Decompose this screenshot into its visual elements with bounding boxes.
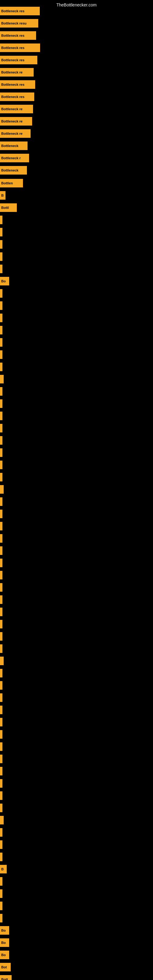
bar-item (0, 718, 2, 726)
bar-item: Bottleneck res (0, 80, 35, 89)
bar-item (0, 338, 2, 347)
bar-item (0, 803, 2, 812)
bar-item (0, 313, 2, 322)
bar-item (0, 755, 2, 763)
bar-label: Bo (1, 279, 6, 283)
bar-item (0, 632, 2, 641)
bar-item (0, 240, 2, 249)
bar-item (0, 681, 2, 690)
bar-item: Bottleneck re (0, 117, 32, 126)
bar-label: Bottleneck re (1, 132, 22, 135)
bar-item: Bo (0, 277, 9, 285)
bar-item (0, 558, 2, 567)
bar-item: B (0, 191, 5, 200)
bar-item (0, 424, 2, 433)
bar-item (0, 522, 2, 530)
bar-label: Bottleneck re (1, 119, 22, 123)
bar-item (0, 387, 2, 396)
bar-label: Bottleneck res (1, 58, 24, 62)
bar-label: Bottleneck (1, 144, 18, 148)
bar-item (0, 216, 2, 224)
bar-item: Bottleneck r (0, 154, 29, 162)
bar-item: Bottleneck res (0, 92, 34, 101)
bar-label: Bottleneck (1, 169, 18, 172)
bar-item (0, 449, 2, 457)
bar-label: Bottleneck res (1, 46, 24, 49)
bar-item: Bottleneck res (0, 7, 40, 15)
bar-label: Bottleneck r (1, 156, 21, 160)
bar-item: Bo (0, 939, 9, 947)
bar-item (0, 399, 2, 408)
bar-item (0, 485, 4, 494)
bar-item (0, 779, 2, 788)
bar-item (0, 473, 2, 481)
bar-label: Bottleneck res (1, 9, 24, 13)
bar-item (0, 669, 2, 678)
bar-item (0, 767, 2, 775)
bar-item (0, 289, 2, 298)
bar-item: Bott (0, 975, 12, 980)
bar-item (0, 694, 2, 702)
bar-label: Bottleneck res (1, 83, 24, 86)
bar-item: Bottleneck res (0, 43, 40, 52)
bar-item (0, 461, 2, 469)
bar-item: Bottleneck re (0, 68, 33, 76)
bar-item (0, 902, 2, 910)
bar-item (0, 571, 2, 579)
bar-item: Bottleneck re (0, 129, 30, 138)
bar-item (0, 706, 2, 714)
bar-item (0, 412, 2, 420)
bar-item: Bottleneck (0, 142, 27, 150)
bar-item: Bottleneck (0, 166, 27, 175)
bar-item (0, 534, 2, 542)
bar-label: Bottleneck re (1, 70, 22, 74)
bar-item (0, 510, 2, 518)
bar-item (0, 546, 2, 555)
bar-item (0, 791, 2, 800)
bar-item (0, 350, 2, 359)
bar-label: Bo (1, 929, 6, 932)
bar-item (0, 595, 2, 604)
bar-item (0, 914, 2, 923)
bar-item (0, 375, 4, 383)
bar-label: Bott (1, 978, 8, 980)
bar-item (0, 816, 4, 824)
bar-item (0, 644, 2, 653)
bar-item: Bottleneck resu (0, 19, 38, 27)
bar-item (0, 301, 2, 310)
bar-label: Bottleneck resu (1, 21, 27, 25)
bar-label: Bo (1, 953, 6, 957)
bar-item (0, 853, 2, 861)
bar-item: Bo (0, 926, 9, 935)
bar-item: Bottl (0, 204, 17, 212)
bar-item: Bottleneck res (0, 56, 37, 64)
bar-item (0, 265, 2, 273)
bar-item (0, 742, 2, 751)
bar-label: B (1, 867, 4, 871)
bar-item (0, 889, 2, 898)
bar-item (0, 228, 2, 236)
bar-label: Bottl (1, 206, 9, 210)
bar-item (0, 363, 2, 371)
bar-item (0, 436, 2, 445)
bar-item (0, 840, 2, 849)
bar-item (0, 657, 4, 665)
bar-item: Bottleneck res (0, 31, 36, 40)
bar-item (0, 326, 2, 334)
bar-item: Bottlen (0, 179, 23, 188)
bar-label: Bottleneck res (1, 34, 24, 37)
bar-item (0, 730, 2, 739)
bar-item (0, 252, 2, 261)
bar-item (0, 828, 2, 837)
bar-item (0, 497, 2, 506)
bar-label: Bottleneck res (1, 95, 24, 99)
bar-item (0, 620, 2, 628)
bar-label: Bo (1, 941, 6, 945)
bar-item (0, 877, 2, 886)
bar-item: Bot (0, 963, 11, 971)
bar-label: Bottleneck re (1, 107, 22, 111)
bar-item (0, 583, 2, 592)
bar-item: Bottleneck re (0, 105, 33, 113)
bar-item: Bo (0, 951, 9, 959)
bar-item (0, 608, 2, 616)
